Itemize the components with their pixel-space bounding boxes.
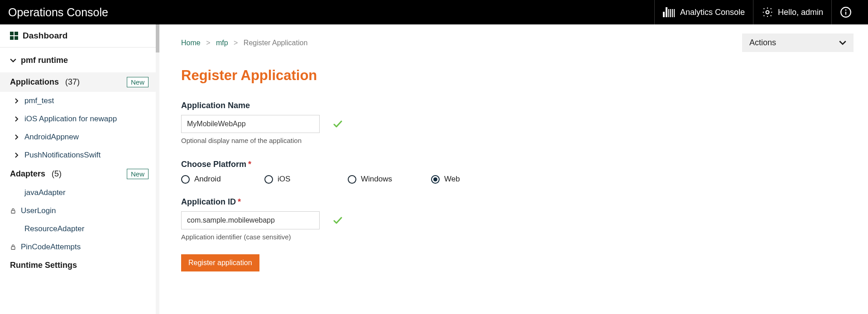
- app-id-help: Application identifier (case sensitive): [181, 233, 589, 241]
- app-name-help: Optional display name of the application: [181, 137, 589, 144]
- adapters-count: (5): [52, 169, 62, 179]
- breadcrumb-current: Register Application: [244, 39, 307, 47]
- sidebar-item-label: ResourceAdapter: [24, 224, 84, 233]
- radio-label: Web: [444, 175, 460, 184]
- applications-new-button[interactable]: New: [127, 77, 149, 87]
- app-id-input[interactable]: [181, 211, 320, 229]
- svg-rect-10: [11, 210, 15, 213]
- lock-icon: [10, 207, 16, 214]
- breadcrumb-home[interactable]: Home: [181, 39, 201, 47]
- actions-dropdown[interactable]: Actions: [742, 33, 854, 52]
- app-id-section: Application ID* Application identifier (…: [181, 197, 589, 241]
- platform-section: Choose Platform* Android iOS Windows: [181, 160, 589, 184]
- platform-radio-windows[interactable]: Windows: [348, 175, 402, 184]
- svg-rect-0: [663, 12, 665, 17]
- sidebar: Dashboard pmf runtime Applications (37) …: [0, 24, 159, 314]
- platform-label-text: Choose Platform: [181, 160, 246, 169]
- runtime-settings-label: Runtime Settings: [10, 261, 77, 270]
- required-star: *: [238, 197, 241, 206]
- body: Dashboard pmf runtime Applications (37) …: [0, 24, 868, 314]
- sidebar-app-item[interactable]: pmf_test: [0, 92, 156, 110]
- radio-circle: [264, 175, 273, 184]
- register-application-button[interactable]: Register application: [181, 254, 259, 271]
- sidebar-adapters-header[interactable]: Adapters (5) New: [0, 164, 156, 184]
- sidebar-app-item[interactable]: iOS Application for newapp: [0, 110, 156, 128]
- analytics-icon: [663, 7, 676, 17]
- info-icon: [840, 6, 852, 18]
- platform-radio-web[interactable]: Web: [431, 175, 485, 184]
- radio-circle: [181, 175, 190, 184]
- sidebar-adapter-item[interactable]: PinCodeAttempts: [0, 238, 156, 256]
- chevron-right-icon: [14, 134, 20, 140]
- platform-radio-android[interactable]: Android: [181, 175, 235, 184]
- sidebar-item-label: PushNotificationsSwift: [24, 151, 101, 160]
- analytics-console-link[interactable]: Analytics Console: [654, 0, 753, 24]
- sidebar-runtime-settings[interactable]: Runtime Settings: [0, 256, 156, 275]
- sidebar-item-label: javaAdapter: [24, 188, 66, 197]
- check-icon: [332, 119, 343, 129]
- required-star: *: [248, 160, 251, 169]
- sidebar-item-label: iOS Application for newapp: [24, 114, 117, 124]
- sidebar-dashboard[interactable]: Dashboard: [0, 24, 156, 48]
- platform-label: Choose Platform*: [181, 160, 589, 169]
- chevron-right-icon: [14, 152, 20, 158]
- sidebar-adapter-item[interactable]: UserLogin: [0, 202, 156, 220]
- dashboard-label: Dashboard: [23, 31, 67, 41]
- runtime-label: pmf runtime: [21, 56, 68, 65]
- app-id-row: [181, 211, 589, 229]
- main-content: Home > mfp > Register Application Action…: [159, 24, 868, 314]
- svg-rect-11: [11, 247, 15, 249]
- adapters-label: Adapters: [10, 169, 45, 179]
- svg-point-6: [766, 11, 769, 14]
- sidebar-scrollbar-thumb[interactable]: [156, 24, 159, 52]
- radio-label: iOS: [278, 175, 290, 184]
- info-button[interactable]: [831, 0, 860, 24]
- check-icon: [332, 215, 343, 226]
- lock-icon: [10, 243, 16, 251]
- breadcrumb-sep: >: [234, 39, 238, 47]
- adapters-new-button[interactable]: New: [127, 169, 149, 179]
- platform-radio-ios[interactable]: iOS: [264, 175, 319, 184]
- radio-circle: [431, 175, 440, 184]
- chevron-right-icon: [14, 98, 20, 104]
- dashboard-icon: [10, 32, 18, 40]
- svg-rect-1: [666, 7, 667, 17]
- register-form: Application Name Optional display name o…: [181, 101, 589, 271]
- actions-label: Actions: [749, 38, 776, 48]
- hello-label: Hello, admin: [778, 8, 823, 17]
- app-id-label-text: Application ID: [181, 197, 236, 206]
- breadcrumb-runtime[interactable]: mfp: [216, 39, 228, 47]
- sidebar-scrollbar-track: [156, 24, 159, 314]
- topbar: Operations Console Analytics Console Hel…: [0, 0, 868, 24]
- sidebar-app-item[interactable]: PushNotificationsSwift: [0, 146, 156, 164]
- console-title: Operations Console: [8, 6, 654, 19]
- sidebar-runtime-header[interactable]: pmf runtime: [0, 48, 156, 72]
- platform-radio-row: Android iOS Windows Web: [181, 175, 589, 184]
- app-name-row: [181, 115, 589, 133]
- radio-label: Android: [194, 175, 221, 184]
- app-name-input[interactable]: [181, 115, 320, 133]
- svg-point-8: [845, 10, 847, 11]
- svg-rect-5: [674, 9, 675, 17]
- svg-rect-3: [670, 9, 671, 17]
- user-menu[interactable]: Hello, admin: [753, 0, 831, 24]
- main-top: Home > mfp > Register Application Action…: [181, 33, 854, 52]
- chevron-right-icon: [14, 116, 20, 122]
- sidebar-scroll[interactable]: Dashboard pmf runtime Applications (37) …: [0, 24, 156, 314]
- analytics-label: Analytics Console: [680, 8, 745, 17]
- radio-circle: [348, 175, 356, 184]
- sidebar-adapter-item[interactable]: ResourceAdapter: [0, 220, 156, 238]
- sidebar-app-item[interactable]: AndroidAppnew: [0, 128, 156, 146]
- page-title: Register Application: [181, 67, 854, 84]
- svg-rect-4: [672, 9, 673, 17]
- app-id-label: Application ID*: [181, 197, 589, 207]
- chevron-down-icon: [10, 57, 16, 64]
- sidebar-item-label: UserLogin: [21, 206, 56, 215]
- sidebar-applications-header[interactable]: Applications (37) New: [0, 72, 156, 92]
- sidebar-item-label: AndroidAppnew: [24, 133, 79, 142]
- applications-count: (37): [65, 77, 80, 87]
- breadcrumb: Home > mfp > Register Application: [181, 39, 307, 47]
- radio-label: Windows: [361, 175, 392, 184]
- topbar-right: Analytics Console Hello, admin: [654, 0, 860, 24]
- sidebar-adapter-item[interactable]: javaAdapter: [0, 184, 156, 202]
